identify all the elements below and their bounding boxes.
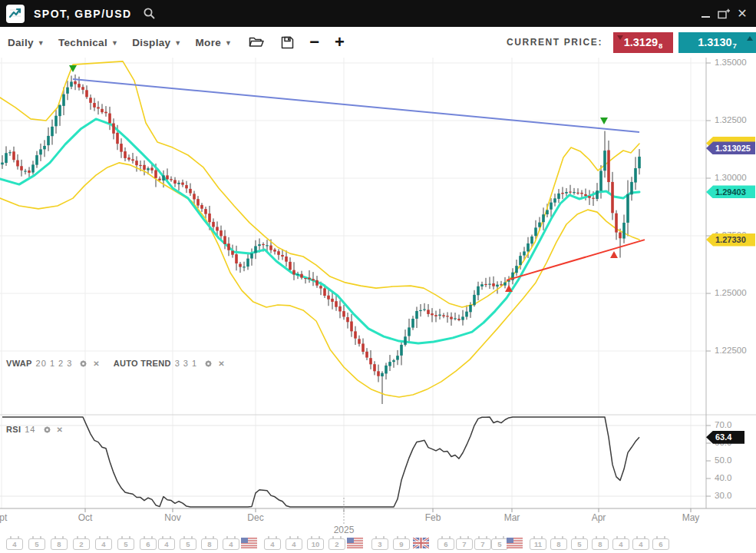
candle	[431, 313, 434, 315]
candle	[258, 244, 261, 246]
candle	[596, 190, 599, 199]
rsi-axis-label: 50.0	[715, 455, 731, 465]
candle	[515, 266, 518, 273]
candle	[404, 336, 407, 345]
candle	[576, 193, 579, 194]
candle	[120, 144, 123, 152]
candle	[603, 151, 606, 171]
zoom-in-button[interactable]: +	[335, 35, 345, 50]
popout-button[interactable]	[715, 5, 733, 23]
calendar-event-icon[interactable]: 5	[28, 538, 45, 550]
candle	[450, 317, 453, 320]
app-logo-icon	[6, 5, 25, 23]
calendar-event-icon[interactable]: 5	[491, 538, 508, 550]
calendar-event-icon[interactable]: 6	[140, 538, 157, 550]
month-label: May	[674, 512, 708, 523]
candle	[208, 214, 211, 222]
calendar-event-icon[interactable]: 4	[264, 538, 281, 550]
calendar-event-icon[interactable]: 5	[571, 538, 588, 550]
candle	[43, 146, 46, 149]
gear-icon[interactable]	[79, 359, 87, 368]
price-axis-label: 1.25000	[715, 288, 747, 297]
candle	[166, 175, 169, 179]
uk-flag-icon[interactable]	[413, 538, 429, 551]
calendar-event-icon[interactable]: 4	[612, 538, 629, 550]
calendar-event-icon[interactable]: 7	[474, 538, 491, 550]
calendar-event-icon[interactable]: 8	[550, 538, 567, 550]
minimize-button[interactable]	[696, 5, 715, 23]
search-icon[interactable]	[143, 7, 156, 20]
remove-overlay-icon[interactable]: ✕	[218, 359, 224, 368]
calendar-event-icon[interactable]: 6	[652, 538, 669, 550]
calendar-event-icon[interactable]: 10	[307, 538, 324, 550]
calendar-event-icon[interactable]: 4	[223, 538, 239, 550]
candle	[319, 286, 322, 288]
trading-app-window: { "titlebar": { "title": "SPOT, GBP/USD"…	[0, 0, 756, 553]
calendar-event-icon[interactable]: 2	[73, 538, 90, 550]
calendar-event-icon[interactable]: 8	[201, 538, 218, 550]
candle	[331, 299, 334, 302]
calendar-event-icon[interactable]: 8	[592, 538, 609, 550]
candle	[423, 310, 426, 310]
rsi-axis-label: 40.0	[715, 473, 731, 482]
candle	[615, 214, 618, 233]
us-flag-icon[interactable]	[507, 538, 523, 551]
close-icon[interactable]: ✕	[733, 5, 751, 23]
menu-technical[interactable]: Technical ▼	[58, 37, 118, 48]
candle	[484, 284, 487, 285]
calendar-event-icon[interactable]: 4	[95, 538, 112, 550]
calendar-event-icon[interactable]: 7	[456, 538, 473, 550]
candle	[227, 243, 230, 250]
calendar-event-icon[interactable]: 4	[632, 538, 649, 550]
us-flag-icon[interactable]	[241, 538, 257, 551]
calendar-event-icon[interactable]: 6	[437, 538, 454, 550]
candle	[388, 362, 391, 366]
menu-display[interactable]: Display ▼	[132, 37, 181, 48]
remove-overlay-icon[interactable]: ✕	[93, 359, 99, 368]
candle	[534, 227, 537, 236]
menu-daily[interactable]: Daily ▼	[8, 37, 45, 48]
candle	[262, 244, 265, 245]
calendar-event-icon[interactable]: 5	[180, 538, 196, 550]
rsi-axis-label: 30.0	[715, 491, 731, 500]
candle	[438, 315, 441, 316]
candle	[143, 165, 146, 170]
calendar-event-icon[interactable]: 4	[286, 538, 302, 550]
candle	[212, 222, 215, 227]
rsi-value-badge: 63.4	[706, 431, 744, 444]
calendar-event-icon[interactable]: 5	[117, 538, 134, 550]
calendar-event-icon[interactable]: 4	[6, 538, 23, 550]
gear-icon[interactable]	[43, 426, 51, 434]
month-label: Oct	[68, 512, 102, 523]
price-axis-label: 1.35000	[715, 58, 747, 67]
candle	[273, 250, 276, 252]
bid-price-badge: 1.31298	[613, 32, 673, 53]
chevron-down-icon: ▼	[225, 39, 232, 47]
open-folder-icon[interactable]	[249, 36, 264, 48]
save-icon[interactable]	[281, 36, 294, 49]
candlestick-chart[interactable]	[0, 0, 756, 553]
menu-more[interactable]: More ▼	[196, 37, 233, 48]
remove-indicator-icon[interactable]: ✕	[57, 426, 63, 434]
calendar-event-icon[interactable]: 8	[51, 538, 68, 550]
zoom-out-button[interactable]: −	[309, 35, 319, 50]
calendar-event-icon[interactable]: 2	[328, 538, 345, 550]
candle	[461, 316, 464, 320]
candle	[185, 185, 188, 188]
candle	[419, 310, 422, 311]
candle	[557, 194, 560, 199]
candle	[31, 164, 35, 172]
candle	[381, 373, 384, 376]
candle	[220, 230, 223, 236]
calendar-event-icon[interactable]: 9	[393, 538, 410, 550]
calendar-event-icon[interactable]: 3	[371, 538, 388, 550]
candle	[607, 151, 610, 183]
candle	[58, 105, 61, 116]
calendar-event-icon[interactable]: 4	[158, 538, 175, 550]
gear-icon[interactable]	[204, 359, 213, 368]
calendar-event-icon[interactable]: 11	[530, 538, 546, 550]
us-flag-icon[interactable]	[347, 538, 363, 551]
candle	[411, 319, 414, 328]
vwap-legend: VWAP 20 1 2 3 ✕ AUTO TREND 3 3 1 ✕	[6, 359, 225, 368]
candle	[385, 366, 388, 374]
